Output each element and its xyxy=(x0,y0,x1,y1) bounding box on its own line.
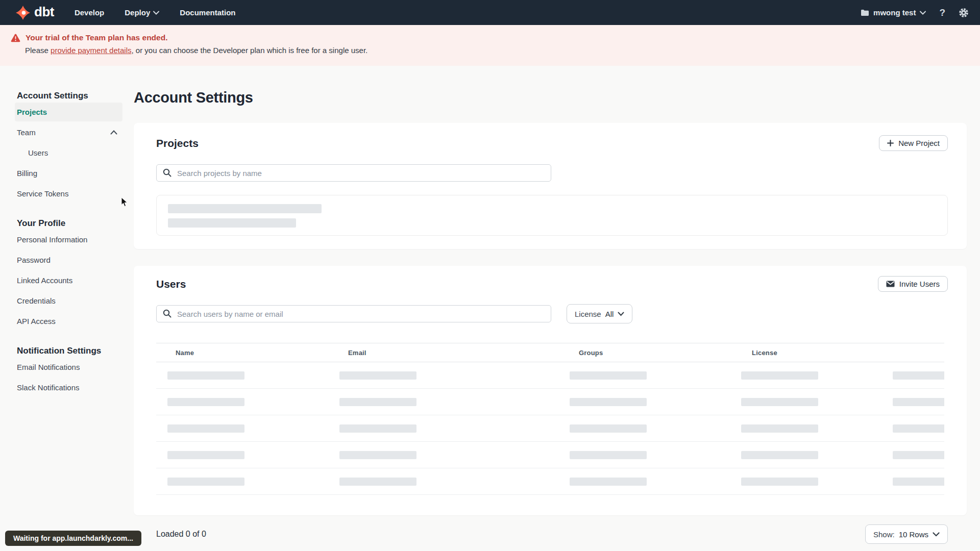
account-switcher[interactable]: mwong test xyxy=(861,8,926,17)
provide-payment-details-link[interactable]: provide payment details xyxy=(51,46,131,55)
settings-sidebar: Account Settings Projects Team Users Bil… xyxy=(15,91,122,397)
loaded-count-text: Loaded 0 of 0 xyxy=(156,530,206,539)
chevron-down-icon xyxy=(153,11,159,15)
gear-icon[interactable] xyxy=(959,8,969,18)
chevron-up-icon xyxy=(110,130,117,135)
users-search-input[interactable] xyxy=(156,305,551,322)
skeleton-table-row xyxy=(156,442,944,468)
plus-icon xyxy=(887,140,894,146)
trial-ended-banner: Your trial of the Team plan has ended. P… xyxy=(0,25,980,66)
skeleton-table-row xyxy=(156,415,944,442)
sidebar-item-billing[interactable]: Billing xyxy=(15,164,122,183)
page-title: Account Settings xyxy=(134,89,967,106)
skeleton-bar xyxy=(168,218,296,228)
sidebar-item-password[interactable]: Password xyxy=(15,251,122,269)
dbt-logo-icon xyxy=(15,5,31,20)
sidebar-item-users[interactable]: Users xyxy=(15,143,122,162)
account-name: mwong test xyxy=(873,8,916,17)
projects-title: Projects xyxy=(156,137,199,149)
skeleton-table-row xyxy=(156,362,944,389)
folder-icon xyxy=(861,9,869,16)
search-icon xyxy=(163,309,172,318)
new-project-button[interactable]: New Project xyxy=(879,135,948,151)
sidebar-item-service-tokens[interactable]: Service Tokens xyxy=(15,184,122,203)
users-title: Users xyxy=(156,278,186,290)
sidebar-item-credentials[interactable]: Credentials xyxy=(15,291,122,310)
column-header-name: Name xyxy=(176,349,194,357)
sidebar-item-slack-notifications[interactable]: Slack Notifications xyxy=(15,378,122,397)
sidebar-item-api-access[interactable]: API Access xyxy=(15,312,122,331)
sidebar-title: Account Settings xyxy=(15,91,122,101)
column-header-groups: Groups xyxy=(579,349,603,357)
projects-card: Projects New Project xyxy=(134,123,967,249)
column-header-license: License xyxy=(752,349,777,357)
brand-text: dbt xyxy=(34,5,54,20)
projects-loading-panel xyxy=(156,195,948,236)
projects-search-input[interactable] xyxy=(156,164,551,182)
sidebar-item-team[interactable]: Team xyxy=(15,123,122,142)
sidebar-notification-title: Notification Settings xyxy=(15,346,122,356)
nav-link-deploy[interactable]: Deploy xyxy=(125,8,159,17)
skeleton-table-row xyxy=(156,468,944,495)
search-icon xyxy=(163,168,172,177)
chevron-down-icon xyxy=(933,532,940,537)
dbt-logo[interactable]: dbt xyxy=(15,5,54,20)
users-table-header: Name Email Groups License xyxy=(156,343,944,362)
warning-icon xyxy=(11,34,20,42)
top-navbar: dbt Develop Deploy Documentation mwong t… xyxy=(0,0,980,25)
sidebar-item-personal-information[interactable]: Personal Information xyxy=(15,230,122,249)
banner-body: Please provide payment details, or you c… xyxy=(25,46,980,55)
browser-status-bar: Waiting for app.launchdarkly.com... xyxy=(5,531,141,546)
invite-users-button[interactable]: Invite Users xyxy=(878,276,948,292)
column-header-email: Email xyxy=(348,349,366,357)
show-rows-dropdown[interactable]: Show: 10 Rows xyxy=(865,524,948,544)
sidebar-item-email-notifications[interactable]: Email Notifications xyxy=(15,358,122,377)
users-card: Users Invite Users xyxy=(134,266,967,515)
nav-links: Develop Deploy Documentation xyxy=(75,8,236,17)
sidebar-item-linked-accounts[interactable]: Linked Accounts xyxy=(15,271,122,290)
users-table: Name Email Groups License xyxy=(156,343,944,515)
chevron-down-icon xyxy=(618,312,624,316)
envelope-icon xyxy=(886,281,895,287)
skeleton-bar xyxy=(168,204,322,213)
sidebar-profile-title: Your Profile xyxy=(15,218,122,229)
chevron-down-icon xyxy=(920,11,926,15)
mouse-cursor xyxy=(121,197,129,207)
nav-link-develop[interactable]: Develop xyxy=(75,8,104,17)
banner-title: Your trial of the Team plan has ended. xyxy=(26,33,167,42)
help-icon[interactable]: ? xyxy=(939,7,945,18)
skeleton-table-row xyxy=(156,389,944,415)
nav-link-documentation[interactable]: Documentation xyxy=(180,8,235,17)
license-filter-dropdown[interactable]: License All xyxy=(567,304,632,323)
sidebar-item-projects[interactable]: Projects xyxy=(15,103,122,121)
navbar-right: mwong test ? xyxy=(861,7,969,18)
